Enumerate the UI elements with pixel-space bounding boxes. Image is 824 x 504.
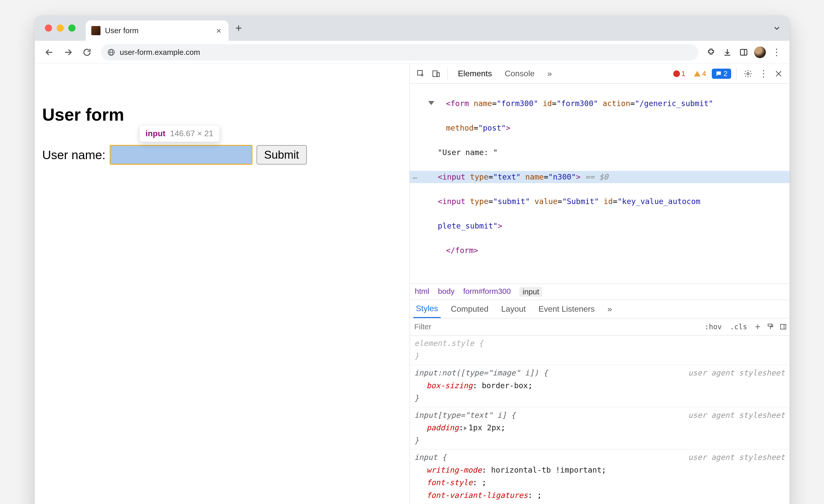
inspect-tooltip: input 146.67 × 21 — [139, 125, 220, 142]
subtab-event-listeners[interactable]: Event Listeners — [536, 300, 597, 318]
nav-forward-button[interactable] — [60, 44, 77, 61]
devtools-close-button[interactable] — [772, 67, 785, 80]
close-icon — [774, 69, 783, 78]
inspect-tooltip-tag: input — [145, 129, 166, 138]
browser-window: User form × + user-f — [35, 15, 790, 504]
rule-input[interactable]: user agent stylesheet input { writing-mo… — [410, 449, 790, 504]
warnings-badge[interactable]: 4 — [691, 69, 709, 79]
css-prop[interactable]: box-sizing: border-box; — [414, 379, 785, 392]
subtab-overflow[interactable]: » — [605, 300, 615, 318]
username-input[interactable] — [110, 145, 252, 165]
favicon-icon — [91, 26, 100, 35]
paint-format-button[interactable] — [764, 323, 777, 330]
extensions-button[interactable] — [704, 45, 718, 60]
new-style-rule-button[interactable] — [751, 323, 764, 330]
css-prop[interactable]: font-variant-ligatures: ; — [414, 489, 785, 502]
panel-icon — [780, 323, 787, 330]
dom-node-selected-input[interactable]: ⋯<input type="text" name="n300"> == $0 — [410, 171, 790, 183]
device-toolbar-button[interactable] — [430, 67, 442, 80]
window-minimize-dot[interactable] — [57, 24, 64, 32]
issues-icon — [715, 70, 722, 77]
rule-origin: user agent stylesheet — [688, 367, 785, 379]
dom-node-form-open[interactable]: <form name="form300" id="form300" action… — [410, 97, 790, 110]
downloads-button[interactable] — [720, 45, 734, 60]
tab-strip: User form × + — [35, 15, 790, 41]
rule-input-text[interactable]: user agent stylesheet input[type="text" … — [410, 407, 790, 450]
hov-toggle[interactable]: :hov — [701, 323, 726, 331]
subtab-styles[interactable]: Styles — [413, 300, 441, 318]
window-zoom-dot[interactable] — [68, 24, 76, 32]
css-prop[interactable]: font-style: ; — [414, 476, 785, 489]
rule-origin: user agent stylesheet — [688, 409, 785, 422]
gear-icon — [744, 69, 752, 78]
arrow-left-icon — [44, 48, 54, 57]
styles-filter-row: :hov .cls — [410, 318, 790, 335]
side-panel-button[interactable] — [736, 45, 751, 60]
svg-point-12 — [747, 73, 749, 75]
inspect-element-button[interactable] — [414, 67, 427, 80]
tab-overflow[interactable]: » — [542, 64, 557, 83]
css-prop[interactable]: font-variant-caps: ; — [414, 501, 785, 504]
reload-button[interactable] — [79, 44, 95, 61]
dom-tree[interactable]: <form name="form300" id="form300" action… — [410, 84, 790, 284]
kebab-icon: ⋮ — [772, 47, 781, 58]
crumb-input[interactable]: input — [519, 287, 542, 297]
subtab-layout[interactable]: Layout — [499, 300, 528, 318]
devtools-settings-button[interactable] — [742, 67, 754, 80]
errors-badge[interactable]: 1 — [670, 69, 689, 79]
issues-badge[interactable]: 2 — [712, 69, 731, 79]
warnings-count: 4 — [702, 70, 706, 78]
devtools-topbar: Elements Console » 1 4 2 — [410, 64, 790, 84]
rule-element-style[interactable]: element.style { } — [410, 335, 790, 365]
devtools-menu-button[interactable]: ⋮ — [757, 67, 770, 80]
dom-node-submit-2[interactable]: plete_submit"> — [410, 220, 790, 232]
tab-elements[interactable]: Elements — [453, 64, 497, 83]
paint-icon — [767, 323, 774, 330]
page-pane: input 146.67 × 21 User form User name: S… — [35, 64, 410, 504]
toggle-panel-button[interactable] — [777, 323, 790, 330]
form-row: User name: Submit — [42, 145, 402, 165]
dom-node-text[interactable]: "User name: " — [410, 146, 790, 159]
dom-node-form-close[interactable]: </form> — [410, 244, 790, 257]
css-prop[interactable]: padding:1px 2px; — [414, 421, 785, 434]
inspect-icon — [416, 69, 425, 78]
crumb-body[interactable]: body — [438, 287, 454, 297]
rule-origin: user agent stylesheet — [688, 451, 785, 464]
crumb-html[interactable]: html — [415, 287, 429, 297]
dom-node-submit[interactable]: <input type="submit" value="Submit" id="… — [410, 195, 790, 208]
divider — [447, 68, 448, 80]
devtools-panel: Elements Console » 1 4 2 — [410, 64, 790, 504]
disclosure-triangle-icon[interactable] — [428, 101, 434, 105]
browser-tab[interactable]: User form × — [86, 20, 228, 41]
crumb-form[interactable]: form#form300 — [463, 287, 511, 297]
tab-console[interactable]: Console — [500, 64, 540, 83]
cls-toggle[interactable]: .cls — [726, 323, 751, 331]
url-text: user-form.example.com — [120, 48, 200, 57]
css-prop[interactable]: writing-mode: horizontal-tb !important; — [414, 464, 785, 477]
device-icon — [432, 69, 440, 78]
arrow-right-icon — [64, 48, 73, 57]
page-title: User form — [42, 105, 402, 124]
ellipsis-icon[interactable]: ⋯ — [413, 173, 417, 184]
rule-input-not-image[interactable]: user agent stylesheet input:not([type="i… — [410, 365, 790, 407]
window-close-dot[interactable] — [45, 24, 52, 32]
submit-button[interactable]: Submit — [256, 145, 307, 165]
styles-filter-input[interactable] — [410, 318, 701, 335]
expand-triangle-icon[interactable] — [464, 426, 467, 430]
svg-rect-7 — [740, 49, 747, 55]
profile-button[interactable] — [753, 45, 767, 60]
subtab-computed[interactable]: Computed — [448, 300, 491, 318]
window-controls — [45, 24, 76, 32]
tab-close-icon[interactable]: × — [216, 26, 221, 35]
dom-node-form-open-2[interactable]: method="post"> — [410, 122, 790, 134]
globe-icon — [107, 48, 115, 57]
tabs-dropdown-button[interactable] — [769, 20, 785, 36]
plus-icon — [754, 323, 761, 330]
chevron-down-icon — [773, 24, 781, 32]
warning-triangle-icon — [694, 71, 701, 77]
nav-back-button[interactable] — [41, 44, 58, 61]
side-panel-icon — [739, 48, 748, 57]
chrome-menu-button[interactable]: ⋮ — [769, 45, 784, 60]
address-bar[interactable]: user-form.example.com — [101, 44, 698, 61]
new-tab-button[interactable]: + — [231, 20, 246, 36]
